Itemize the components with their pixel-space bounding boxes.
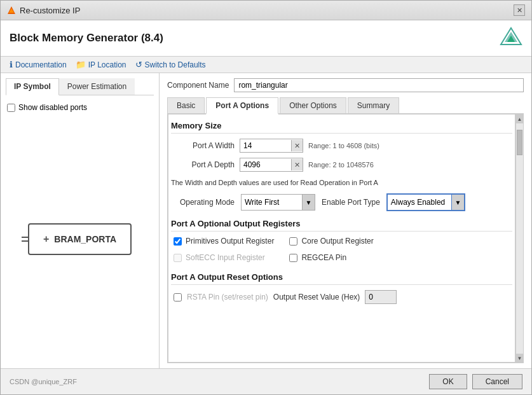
show-disabled-checkbox[interactable] [7,104,15,112]
info-icon: ℹ [10,60,13,69]
header-section: Block Memory Generator (8.4) [1,20,531,57]
ip-location-button[interactable]: 📁 IP Location [76,60,126,69]
softecc-row: SoftECC Input Register [171,253,274,262]
port-a-width-clear[interactable]: ✕ [291,140,303,151]
port-a-width-row: Port A Width ✕ Range: 1 to 4608 (bits) [171,139,512,153]
operating-mode-select-wrap: Write First Read First No Change ▼ [241,194,315,211]
show-disabled-label: Show disabled ports [18,103,87,112]
tab-power-estimation[interactable]: Power Estimation [59,78,135,95]
dialog-title: Block Memory Generator (8.4) [10,32,163,45]
reset-section-title: Port A Output Reset Options [171,272,512,285]
registers-checkboxes: Primitives Output Register SoftECC Input… [171,237,512,266]
always-enabled-select[interactable]: Always Enabled Use ENA Pin [388,196,451,209]
scroll-thumb [517,130,522,155]
component-name-label: Component Name [167,81,229,90]
operating-mode-arrow: ▼ [302,195,315,210]
title-bar: Re-customize IP ✕ [1,1,531,20]
mode-row: Operating Mode Write First Read First No… [171,193,512,211]
operating-mode-label: Operating Mode [171,198,235,207]
content-area: IP Symbol Power Estimation Show disabled… [1,73,531,368]
ip-location-label: IP Location [88,60,126,69]
app-icon [7,6,16,15]
tab-content: Memory Size Port A Width ✕ Range: 1 to 4… [168,114,515,363]
dialog: Re-customize IP ✕ Block Memory Generator… [0,0,532,395]
regcea-checkbox[interactable] [289,254,297,262]
port-a-depth-row: Port A Depth ✕ Range: 2 to 1048576 [171,158,512,172]
opt-registers-section: Port A Optional Output Registers Primiti… [171,219,512,266]
right-panel: Component Name Basic Port A Options Othe… [160,73,531,368]
primitives-row: Primitives Output Register [171,237,274,246]
scroll-track[interactable] [516,123,523,354]
regcea-label: REGCEA Pin [301,253,346,262]
scrollbar[interactable]: ▲ ▼ [515,114,523,363]
tab-basic[interactable]: Basic [167,97,205,113]
bram-line-2 [22,240,28,242]
port-a-width-input-wrap: ✕ [240,139,303,153]
plus-icon: + [43,233,49,245]
port-a-depth-hint: Range: 2 to 1048576 [308,161,374,169]
vivado-logo [500,27,522,50]
documentation-label: Documentation [15,60,67,69]
always-enabled-select-wrap: Always Enabled Use ENA Pin ▼ [386,193,465,211]
softecc-label: SoftECC Input Register [186,253,265,262]
port-a-depth-clear[interactable]: ✕ [291,159,303,170]
switch-defaults-label: Switch to Defaults [145,60,206,69]
always-enabled-arrow: ▼ [451,195,464,210]
tab-other-options[interactable]: Other Options [280,97,346,113]
operating-mode-select[interactable]: Write First Read First No Change [242,196,302,209]
port-a-width-input[interactable] [240,139,291,152]
location-icon: 📁 [76,60,86,69]
port-a-depth-label: Port A Depth [171,160,235,169]
output-reset-input[interactable] [365,290,397,304]
bram-left-lines [22,237,28,242]
rsta-checkbox[interactable] [174,293,182,301]
port-a-width-hint: Range: 1 to 4608 (bits) [308,142,379,149]
refresh-icon: ↺ [135,60,142,69]
port-a-depth-input[interactable] [240,158,291,171]
bram-line-1 [22,237,28,238]
component-name-row: Component Name [167,78,524,92]
ok-button[interactable]: OK [429,374,467,389]
info-text: The Width and Depth values are used for … [171,177,512,188]
reset-options: Port A Output Reset Options RSTA Pin (se… [171,272,512,304]
documentation-button[interactable]: ℹ Documentation [10,60,67,69]
reset-row: RSTA Pin (set/reset pin) Output Reset Va… [171,290,512,304]
primitives-checkbox[interactable] [174,237,182,246]
scroll-up[interactable]: ▲ [516,114,523,123]
footer: CSDN @unique_ZRF OK Cancel [1,368,531,394]
rsta-pin-label: RSTA Pin (set/reset pin) [187,293,268,301]
switch-defaults-button[interactable]: ↺ Switch to Defaults [135,60,206,69]
show-disabled-row: Show disabled ports [6,100,154,114]
cancel-button[interactable]: Cancel [472,374,522,389]
window-title: Re-customize IP [20,6,80,15]
symbol-area: + BRAM_PORTA [6,114,154,363]
softecc-checkbox[interactable] [174,254,182,262]
enable-port-label: Enable Port Type [322,198,380,207]
right-tabs: Basic Port A Options Other Options Summa… [167,97,524,114]
footer-buttons: OK Cancel [429,374,522,389]
port-a-width-label: Port A Width [171,141,235,150]
memory-size-section-title: Memory Size [171,121,512,134]
checkbox-col-left: Primitives Output Register SoftECC Input… [171,237,274,266]
tab-summary[interactable]: Summary [348,97,399,113]
tab-ip-symbol[interactable]: IP Symbol [6,78,59,95]
core-output-checkbox[interactable] [289,237,297,246]
toolbar: ℹ Documentation 📁 IP Location ↺ Switch t… [1,57,531,73]
scroll-down[interactable]: ▼ [516,354,523,363]
left-panel: IP Symbol Power Estimation Show disabled… [1,73,160,368]
opt-registers-title: Port A Optional Output Registers [171,219,512,232]
regcea-row: REGCEA Pin [287,253,373,262]
tab-port-a-options[interactable]: Port A Options [206,97,278,114]
core-output-row: Core Output Register [287,237,373,246]
core-output-label: Core Output Register [301,237,373,246]
left-tabs-row: IP Symbol Power Estimation [6,78,154,95]
component-name-input[interactable] [234,78,524,92]
bram-label: BRAM_PORTA [54,234,116,244]
close-button[interactable]: ✕ [514,4,525,16]
output-reset-label: Output Reset Value (Hex) [273,293,360,301]
primitives-label: Primitives Output Register [186,237,274,246]
watermark: CSDN @unique_ZRF [10,378,77,385]
port-a-depth-input-wrap: ✕ [240,158,303,172]
title-bar-left: Re-customize IP [7,6,80,15]
bram-symbol: + BRAM_PORTA [28,223,132,255]
